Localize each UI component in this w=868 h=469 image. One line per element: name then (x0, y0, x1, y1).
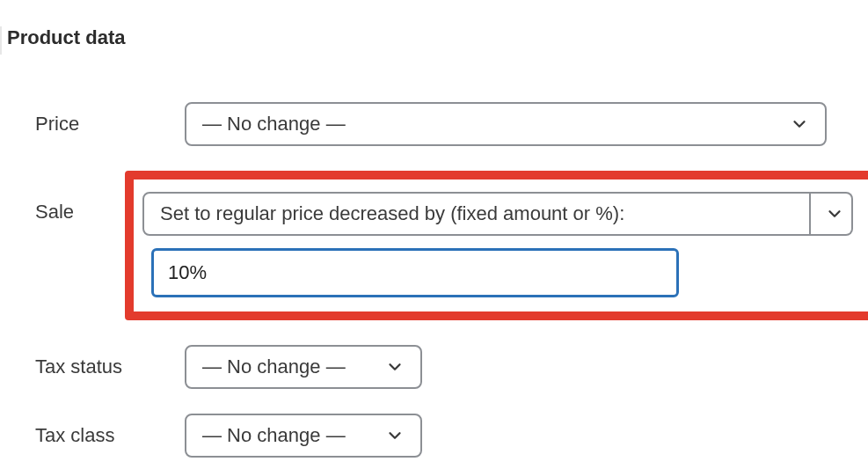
price-select[interactable]: — No change — (185, 102, 827, 146)
label-tax-status: Tax status (35, 355, 176, 378)
sale-highlight-annotation: Set to regular price decreased by (fixed… (125, 171, 868, 320)
chevron-down-icon (385, 426, 405, 445)
product-data-form: Price — No change — Sale Set to regular … (35, 102, 833, 469)
sale-select-value: Set to regular price decreased by (fixed… (160, 202, 624, 225)
sale-value-input[interactable] (151, 248, 679, 297)
tax-class-select-value: — No change — (202, 424, 346, 447)
row-tax-class: Tax class — No change — (35, 414, 833, 458)
chevron-down-icon (790, 114, 809, 134)
sale-select[interactable]: Set to regular price decreased by (fixed… (142, 192, 811, 236)
price-select-value: — No change — (202, 113, 346, 136)
label-sale: Sale (35, 171, 134, 224)
section-title: Product data (7, 26, 125, 48)
label-tax-class: Tax class (35, 424, 176, 447)
sale-select-group: Set to regular price decreased by (fixed… (142, 192, 853, 236)
sale-select-chevron-wrap[interactable] (811, 192, 853, 236)
row-tax-status: Tax status — No change — (35, 345, 833, 389)
chevron-down-icon (385, 357, 405, 377)
row-price: Price — No change — (35, 102, 833, 146)
chevron-down-icon (825, 204, 844, 224)
tax-status-select-value: — No change — (202, 355, 346, 378)
tax-status-select[interactable]: — No change — (185, 345, 422, 389)
section-header-product-data: Product data (0, 26, 833, 55)
row-sale: Sale Set to regular price decreased by (… (35, 171, 833, 320)
label-price: Price (35, 113, 176, 136)
sale-input-wrap (142, 248, 853, 297)
tax-class-select[interactable]: — No change — (185, 414, 422, 458)
